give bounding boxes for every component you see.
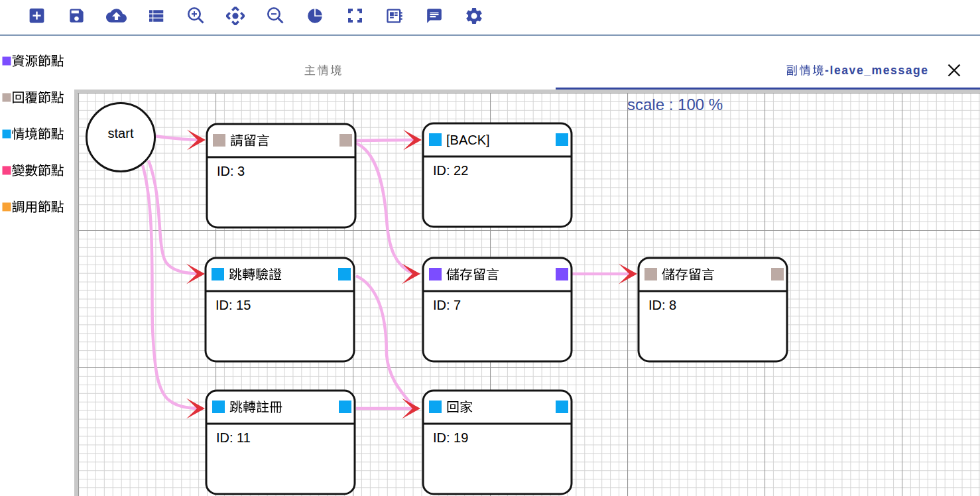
svg-text:ID: 7: ID: 7 bbox=[433, 298, 461, 312]
svg-text:ID: 3: ID: 3 bbox=[217, 164, 245, 178]
svg-text:-leave_message: -leave_message bbox=[825, 64, 929, 77]
svg-text:ID: 22: ID: 22 bbox=[433, 163, 468, 178]
svg-text:ID: 8: ID: 8 bbox=[648, 298, 676, 312]
svg-text:ID: 19: ID: 19 bbox=[433, 430, 468, 445]
svg-text:ID: 11: ID: 11 bbox=[216, 430, 251, 445]
svg-text:start: start bbox=[108, 126, 134, 141]
svg-text:[BACK]: [BACK] bbox=[446, 133, 490, 147]
svg-text:scale : 100 %: scale : 100 % bbox=[627, 95, 723, 113]
svg-text:ID: 15: ID: 15 bbox=[215, 298, 251, 312]
